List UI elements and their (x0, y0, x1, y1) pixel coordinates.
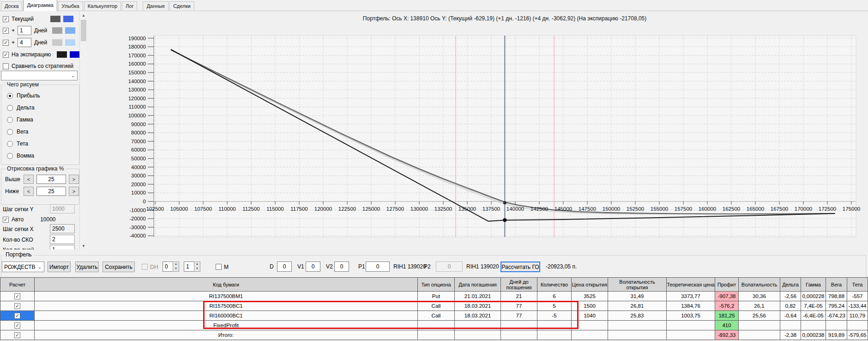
table-cell[interactable]: Put (418, 292, 455, 301)
row-checkbox[interactable] (14, 332, 20, 338)
d-field[interactable] (277, 262, 292, 272)
sd-count-input[interactable] (50, 235, 75, 244)
table-cell[interactable]: 0,82 (780, 301, 801, 311)
table-cell[interactable] (739, 330, 780, 340)
spinner-1-arrows[interactable]: ▲▼ (173, 262, 179, 272)
header-cell-10[interactable]: Профит (715, 278, 739, 292)
dh-checkbox[interactable] (142, 264, 148, 270)
table-cell[interactable] (501, 330, 537, 340)
spin-down-icon[interactable]: ▼ (173, 267, 179, 271)
tab-3[interactable]: Улыбка (58, 1, 83, 11)
table-cell[interactable]: -0,64 (780, 311, 801, 321)
row-checkbox[interactable] (14, 303, 20, 309)
table-cell[interactable] (608, 321, 667, 330)
scroll-up-icon[interactable]: ▲ (80, 12, 87, 19)
plus1-checkbox[interactable] (3, 28, 9, 34)
header-cell-13[interactable]: Гамма (801, 278, 826, 292)
spinner-2[interactable]: ▲▼ (184, 262, 200, 272)
table-cell[interactable] (667, 330, 715, 340)
below-increment-button[interactable]: > (69, 187, 79, 196)
plus4-checkbox[interactable] (3, 40, 9, 46)
header-cell-6[interactable]: Количество (537, 278, 572, 292)
spinner-2-value[interactable] (184, 262, 194, 272)
row-checkbox[interactable] (14, 313, 20, 319)
spinner-1-value[interactable] (163, 262, 173, 272)
table-cell[interactable]: 0,000228 (801, 292, 826, 301)
table-cell[interactable]: 21 (501, 292, 537, 301)
below-percent-input[interactable] (36, 187, 66, 196)
v1-field[interactable] (306, 262, 320, 272)
table-cell[interactable]: 3525 (572, 292, 608, 301)
tab-4[interactable]: Калькулятор (84, 1, 121, 11)
draw-option-radio[interactable] (7, 105, 13, 111)
above-percent-input[interactable] (36, 175, 66, 184)
portfolio-select[interactable]: РОЖДЕСТВС ⌄ (2, 262, 44, 272)
scrollbar-thumb[interactable] (81, 20, 86, 41)
current-checkbox[interactable] (3, 16, 9, 22)
spinner-1[interactable]: ▲▼ (163, 262, 179, 272)
tab-7[interactable]: Сделки (169, 1, 194, 11)
p1-field[interactable] (366, 262, 390, 272)
table-cell[interactable]: -133,44 (847, 301, 868, 311)
spinner-2-arrows[interactable]: ▲▼ (194, 262, 200, 272)
table-cell[interactable]: 795,24 (826, 301, 847, 311)
table-cell[interactable]: 410 (715, 321, 739, 330)
header-cell-8[interactable]: Волатильность открытия (608, 278, 667, 292)
table-cell[interactable] (739, 321, 780, 330)
table-cell[interactable]: 21.01.2021 (455, 292, 501, 301)
draw-option-radio[interactable] (7, 117, 13, 123)
row-check-cell[interactable] (0, 311, 35, 321)
table-cell[interactable]: 26,1 (739, 301, 780, 311)
draw-option-radio[interactable] (7, 93, 13, 99)
table-cell[interactable] (418, 330, 455, 340)
tab-1[interactable]: Доска (1, 1, 22, 11)
spin-down-icon[interactable]: ▼ (194, 267, 200, 271)
draw-option-radio[interactable] (7, 141, 13, 147)
row-checkbox[interactable] (14, 323, 20, 329)
grid-step-x-input[interactable] (50, 224, 75, 233)
header-cell-5[interactable]: Дней до погашения (501, 278, 537, 292)
tab-6[interactable]: Данные (143, 1, 169, 11)
table-cell[interactable]: 0,000238 (801, 330, 826, 340)
above-increment-button[interactable]: > (69, 175, 79, 184)
table-cell[interactable]: -2,38 (780, 330, 801, 340)
table-cell[interactable]: 26,81 (608, 301, 667, 311)
row-check-cell[interactable] (0, 330, 35, 340)
below-decrement-button[interactable]: < (24, 187, 34, 196)
table-cell[interactable]: -892,33 (715, 330, 739, 340)
table-cell[interactable]: -557 (847, 292, 868, 301)
table-cell[interactable]: 1384,76 (667, 301, 715, 311)
header-cell-4[interactable]: Дата погашения (455, 278, 501, 292)
profit-chart[interactable]: 1900001800001700001600001500001400001300… (88, 12, 868, 252)
table-cell[interactable] (801, 321, 826, 330)
table-cell[interactable] (455, 330, 501, 340)
header-cell-2[interactable]: Код бумаги (35, 278, 418, 292)
spin-up-icon[interactable]: ▲ (194, 262, 200, 267)
table-cell[interactable] (826, 321, 847, 330)
above-decrement-button[interactable]: < (24, 175, 34, 184)
row-check-cell[interactable] (0, 292, 35, 301)
table-cell[interactable]: 919,89 (826, 330, 847, 340)
delete-button[interactable]: Удалить (75, 262, 99, 272)
table-cell[interactable]: 25,56 (739, 311, 780, 321)
header-cell-3[interactable]: Тип опциона (418, 278, 455, 292)
m-checkbox[interactable] (216, 264, 222, 270)
compare-strategy-checkbox[interactable] (3, 63, 9, 69)
table-cell[interactable]: 30,36 (739, 292, 780, 301)
table-cell[interactable]: -2,56 (780, 292, 801, 301)
row-checkbox[interactable] (14, 293, 20, 299)
import-button[interactable]: Импорт (48, 262, 71, 272)
table-cell[interactable]: 798,88 (826, 292, 847, 301)
plus1-days-input[interactable] (18, 26, 31, 35)
table-cell[interactable] (608, 330, 667, 340)
table-cell[interactable]: 31,49 (608, 292, 667, 301)
table-cell[interactable]: 7,4E-05 (801, 301, 826, 311)
v2-field[interactable] (334, 262, 349, 272)
spin-up-icon[interactable]: ▲ (173, 262, 179, 267)
table-cell[interactable]: -579,65 (847, 330, 868, 340)
draw-option-radio[interactable] (7, 129, 13, 135)
expiration-checkbox[interactable] (3, 52, 9, 58)
table-cell[interactable]: -6,4E-05 (801, 311, 826, 321)
p2-field[interactable] (436, 262, 463, 272)
header-cell-1[interactable]: Расчет (0, 278, 35, 292)
